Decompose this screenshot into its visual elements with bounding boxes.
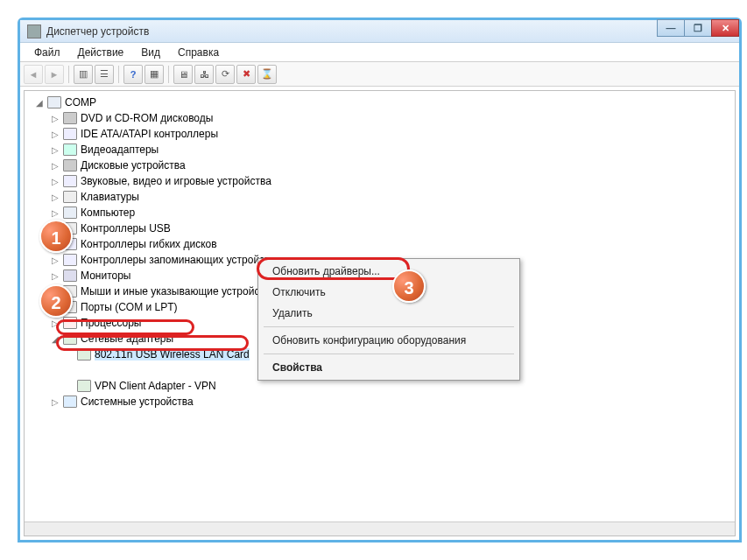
- category-label: IDE ATA/ATAPI контроллеры: [81, 128, 218, 140]
- category-label: DVD и CD-ROM дисководы: [81, 112, 213, 124]
- update-driver-button[interactable]: ⟳: [215, 65, 235, 84]
- menu-help[interactable]: Справка: [169, 45, 228, 60]
- category-icon: [63, 112, 77, 124]
- category-icon: [63, 144, 77, 156]
- tree-category[interactable]: ▷Контроллеры гибких дисков: [25, 236, 735, 252]
- forward-button[interactable]: ►: [45, 65, 64, 84]
- category-label: Звуковые, видео и игровые устройства: [81, 175, 271, 187]
- adapter-label: VPN Client Adapter - VPN: [95, 380, 216, 392]
- show-hide-tree-button[interactable]: ▥: [74, 65, 93, 84]
- category-icon: [63, 254, 77, 266]
- app-icon: [27, 24, 41, 38]
- expand-icon[interactable]: ▷: [51, 271, 60, 281]
- category-icon: [63, 206, 77, 219]
- tree-category[interactable]: ▷Звуковые, видео и игровые устройства: [25, 173, 735, 189]
- expand-icon[interactable]: ▷: [51, 177, 60, 186]
- properties-button[interactable]: ☰: [95, 65, 114, 84]
- category-label: Контроллеры запоминающих устройств: [81, 254, 275, 266]
- close-button[interactable]: ✕: [711, 19, 739, 37]
- tree-category[interactable]: ▷Дисковые устройства: [25, 158, 735, 173]
- category-icon: [63, 175, 77, 187]
- tree-category[interactable]: ▷Клавиатуры: [25, 189, 735, 205]
- scan-hardware-button[interactable]: 🖥: [173, 65, 193, 84]
- expand-icon[interactable]: ▷: [51, 397, 60, 407]
- tree-category[interactable]: ▷Видеоадаптеры: [25, 142, 735, 158]
- ctx-delete[interactable]: Удалить: [260, 303, 518, 324]
- ctx-separator: [264, 326, 514, 327]
- tree-category[interactable]: ▷Компьютер: [25, 205, 735, 220]
- tree-category[interactable]: ▷IDE ATA/ATAPI контроллеры: [25, 126, 735, 142]
- uninstall-button[interactable]: ✖: [236, 65, 256, 84]
- menu-action[interactable]: Действие: [69, 45, 133, 60]
- ctx-separator: [264, 354, 514, 354]
- tree-category[interactable]: ▷Контроллеры USB: [25, 220, 735, 236]
- collapse-icon[interactable]: ◢: [35, 98, 44, 108]
- horizontal-scrollbar[interactable]: [25, 522, 735, 536]
- category-label: Мыши и иные указывающие устройства: [81, 285, 276, 298]
- toolbar-separator: [68, 66, 69, 83]
- expand-icon[interactable]: ▷: [51, 256, 60, 265]
- toolbar-button[interactable]: ▦: [144, 65, 164, 84]
- toolbar-button[interactable]: 🖧: [194, 65, 214, 84]
- minimize-button[interactable]: —: [657, 19, 685, 37]
- annotation-badge-1: 1: [39, 220, 73, 253]
- category-label: Порты (COM и LPT): [81, 301, 178, 313]
- titlebar: Диспетчер устройств — ❐ ✕: [20, 20, 739, 43]
- category-label: Контроллеры гибких дисков: [81, 238, 217, 250]
- context-menu: Обновить драйверы... Отключить Удалить О…: [257, 258, 520, 381]
- category-label: Контроллеры USB: [81, 222, 171, 234]
- menu-view[interactable]: Вид: [132, 45, 169, 60]
- annotation-badge-2: 2: [39, 284, 73, 318]
- tree-category[interactable]: ▷DVD и CD-ROM дисководы: [25, 110, 735, 126]
- collapse-icon[interactable]: ◢: [51, 334, 60, 344]
- category-label: Сетевые адаптеры: [81, 332, 173, 345]
- help-button[interactable]: ?: [123, 65, 143, 84]
- category-icon: [63, 332, 77, 345]
- category-label: Дисковые устройства: [81, 159, 186, 172]
- category-label: Видеоадаптеры: [81, 144, 159, 156]
- category-label: Клавиатуры: [81, 191, 139, 203]
- adapter-icon: [77, 348, 91, 360]
- ctx-update-drivers[interactable]: Обновить драйверы...: [260, 261, 518, 282]
- category-icon: [63, 396, 77, 408]
- toolbar-separator: [118, 66, 119, 83]
- annotation-badge-3: 3: [392, 270, 426, 303]
- menubar: Файл Действие Вид Справка: [20, 43, 739, 62]
- ctx-refresh-config[interactable]: Обновить конфигурацию оборудования: [260, 330, 518, 351]
- expand-icon[interactable]: ▷: [51, 208, 60, 218]
- menu-file[interactable]: Файл: [25, 45, 69, 60]
- adapter-icon: [77, 380, 91, 392]
- tree-category[interactable]: ▷Системные устройства: [25, 394, 735, 410]
- toolbar-button[interactable]: ⌛: [257, 65, 277, 84]
- expand-icon[interactable]: ▷: [51, 114, 60, 123]
- expand-icon[interactable]: ▷: [51, 318, 60, 328]
- computer-icon: [47, 96, 61, 108]
- category-icon: [63, 191, 77, 203]
- maximize-button[interactable]: ❐: [684, 19, 712, 37]
- category-label: Процессоры: [81, 317, 142, 329]
- device-manager-window: Диспетчер устройств — ❐ ✕ Файл Действие …: [18, 18, 742, 542]
- expand-icon[interactable]: ▷: [51, 192, 60, 202]
- category-label: Системные устройства: [81, 396, 194, 408]
- toolbar-separator: [168, 66, 169, 83]
- category-icon: [63, 270, 77, 282]
- category-label: Компьютер: [81, 206, 135, 219]
- window-title: Диспетчер устройств: [46, 25, 149, 38]
- category-label: Мониторы: [81, 270, 130, 282]
- category-icon: [63, 159, 77, 172]
- toolbar: ◄ ► ▥ ☰ ? ▦ 🖥 🖧 ⟳ ✖ ⌛: [20, 62, 739, 87]
- adapter-label: 802.11n USB Wireless LAN Card: [95, 348, 250, 360]
- category-icon: [63, 317, 77, 329]
- window-controls: — ❐ ✕: [658, 19, 739, 37]
- expand-icon[interactable]: ▷: [51, 145, 60, 155]
- category-icon: [63, 128, 77, 140]
- ctx-disable[interactable]: Отключить: [260, 282, 518, 303]
- expand-icon[interactable]: ▷: [51, 161, 60, 171]
- root-label: COMP: [65, 96, 96, 108]
- expand-icon[interactable]: ▷: [51, 130, 60, 139]
- back-button[interactable]: ◄: [24, 65, 43, 84]
- tree-root[interactable]: ◢ COMP: [25, 94, 735, 110]
- ctx-properties[interactable]: Свойства: [260, 357, 518, 378]
